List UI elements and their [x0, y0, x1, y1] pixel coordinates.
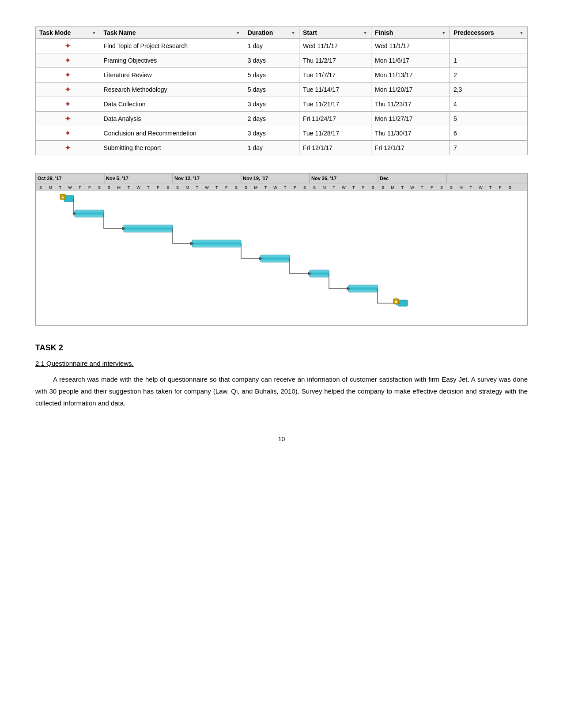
- sort-arrow-finish[interactable]: ▼: [442, 30, 446, 35]
- task-name-cell: Conclusion and Recommendetion: [100, 126, 244, 141]
- task-duration-cell: 3 days: [244, 97, 299, 112]
- task-finish-cell: Fri 12/1/17: [371, 141, 450, 155]
- sort-arrow-start[interactable]: ▼: [363, 30, 367, 35]
- task-start-cell: Wed 11/1/17: [299, 39, 371, 53]
- table-row: ✦ Framing Objectives 3 days Thu 11/2/17 …: [36, 53, 528, 68]
- svg-rect-116: [192, 240, 241, 247]
- table-row: ✦ Submitting the report 1 day Fri 12/1/1…: [36, 141, 528, 155]
- svg-text:Nov 19, '17: Nov 19, '17: [243, 176, 268, 181]
- task-duration-cell: 3 days: [244, 53, 299, 68]
- svg-text:W: W: [273, 185, 277, 190]
- svg-rect-114: [75, 210, 104, 217]
- gantt-bar-2: [75, 210, 104, 217]
- svg-rect-115: [124, 225, 173, 232]
- svg-text:T: T: [215, 185, 218, 190]
- task-mode-icon: ✦: [64, 114, 71, 124]
- task-table: Task Mode ▼ Task Name ▼ Duration ▼: [35, 26, 528, 155]
- task-mode-cell: ✦: [36, 68, 100, 83]
- svg-text:M: M: [185, 185, 189, 190]
- svg-text:S: S: [235, 185, 238, 190]
- task-duration-cell: 5 days: [244, 83, 299, 97]
- gantt-bar-6: [310, 270, 329, 277]
- task-mode-cell: ✦: [36, 53, 100, 68]
- task-duration-cell: 3 days: [244, 126, 299, 141]
- task-pred-cell: 2: [450, 68, 527, 83]
- task-finish-cell: Thu 11/23/17: [371, 97, 450, 112]
- task-mode-icon: ✦: [64, 128, 71, 138]
- task-mode-icon: ✦: [64, 143, 71, 153]
- gantt-bar-5: [261, 255, 290, 262]
- task-finish-cell: Mon 11/20/17: [371, 83, 450, 97]
- task-start-cell: Thu 11/2/17: [299, 53, 371, 68]
- svg-text:W: W: [205, 185, 209, 190]
- task-mode-icon: ✦: [64, 70, 71, 80]
- svg-text:F: F: [362, 185, 365, 190]
- svg-text:Dec: Dec: [380, 176, 389, 181]
- th-task-name: Task Name ▼: [100, 27, 244, 39]
- task-duration-cell: 5 days: [244, 68, 299, 83]
- th-start: Start ▼: [299, 27, 371, 39]
- svg-text:M: M: [49, 185, 52, 190]
- svg-text:F: F: [157, 185, 159, 190]
- task-duration-cell: 1 day: [244, 39, 299, 53]
- svg-text:T: T: [470, 185, 472, 190]
- task2-subtitle: 2.1 Questionnaire and interviews.: [35, 360, 528, 367]
- svg-text:S: S: [440, 185, 443, 190]
- task-mode-cell: ✦: [36, 141, 100, 155]
- task-mode-icon: ✦: [64, 99, 71, 109]
- table-row: ✦ Research Methodology 5 days Tue 11/14/…: [36, 83, 528, 97]
- svg-text:M: M: [254, 185, 257, 190]
- svg-text:Nov 26, '17: Nov 26, '17: [311, 176, 336, 181]
- task2-body: A research was made with the help of que…: [35, 373, 528, 409]
- task-pred-cell: 6: [450, 126, 527, 141]
- table-row: ✦ Literature Review 5 days Tue 11/7/17 M…: [36, 68, 528, 83]
- svg-text:★: ★: [61, 195, 64, 199]
- project-table-section: Task Mode ▼ Task Name ▼ Duration ▼: [35, 26, 528, 155]
- svg-text:F: F: [431, 185, 433, 190]
- task-mode-cell: ✦: [36, 97, 100, 112]
- task-finish-cell: Mon 11/27/17: [371, 112, 450, 126]
- svg-text:W: W: [342, 185, 346, 190]
- table-row: ✦ Find Topic of Project Research 1 day W…: [36, 39, 528, 53]
- task-finish-cell: Wed 11/1/17: [371, 39, 450, 53]
- svg-text:F: F: [294, 185, 296, 190]
- svg-text:W: W: [479, 185, 483, 190]
- svg-text:T: T: [401, 185, 404, 190]
- svg-text:S: S: [372, 185, 374, 190]
- task-name-cell: Data Collection: [100, 97, 244, 112]
- th-finish: Finish ▼: [371, 27, 450, 39]
- sort-arrow-duration[interactable]: ▼: [291, 30, 295, 35]
- task-finish-cell: Thu 11/30/17: [371, 126, 450, 141]
- svg-rect-118: [310, 270, 329, 277]
- task-pred-cell: 2,3: [450, 83, 527, 97]
- svg-text:T: T: [128, 185, 130, 190]
- svg-text:F: F: [88, 185, 91, 190]
- gantt-bar-4: [192, 240, 241, 247]
- gantt-chart: Oct 29, '17 Nov 5, '17 Nov 12, '17 Nov 1…: [35, 173, 528, 326]
- sort-arrow-name[interactable]: ▼: [236, 30, 240, 35]
- svg-rect-119: [348, 285, 378, 292]
- task-mode-cell: ✦: [36, 112, 100, 126]
- svg-text:★: ★: [394, 300, 398, 304]
- task-name-cell: Framing Objectives: [100, 53, 244, 68]
- sort-arrow-mode[interactable]: ▼: [92, 30, 96, 35]
- svg-rect-120: [398, 300, 408, 306]
- th-duration: Duration ▼: [244, 27, 299, 39]
- page-number: 10: [35, 435, 528, 443]
- th-task-mode: Task Mode ▼: [36, 27, 100, 39]
- task-pred-cell: 4: [450, 97, 527, 112]
- task-finish-cell: Mon 11/13/17: [371, 68, 450, 83]
- task2-title: TASK 2: [35, 343, 528, 353]
- sort-arrow-pred[interactable]: ▼: [519, 30, 524, 35]
- gantt-bar-7: [348, 285, 378, 292]
- gantt-svg: Oct 29, '17 Nov 5, '17 Nov 12, '17 Nov 1…: [36, 173, 528, 323]
- svg-text:Oct 29, '17: Oct 29, '17: [38, 176, 62, 181]
- task-mode-icon: ✦: [64, 41, 71, 51]
- svg-text:F: F: [225, 185, 228, 190]
- svg-text:T: T: [352, 185, 355, 190]
- task2-section: TASK 2 2.1 Questionnaire and interviews.…: [35, 343, 528, 409]
- svg-text:S: S: [176, 185, 179, 190]
- svg-text:W: W: [410, 185, 414, 190]
- task-mode-icon: ✦: [64, 56, 71, 65]
- task-pred-cell: 7: [450, 141, 527, 155]
